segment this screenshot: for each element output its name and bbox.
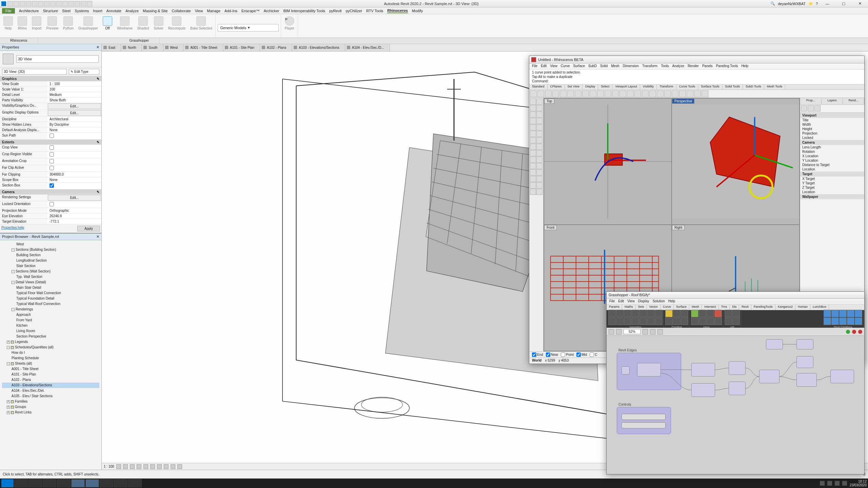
- prop-row[interactable]: Show Hidden LinesBy Discipline: [0, 122, 101, 127]
- gh-open-icon[interactable]: [609, 329, 614, 334]
- tree-node[interactable]: +□Families: [2, 399, 99, 404]
- detail-level-icon[interactable]: [116, 464, 121, 469]
- rendering-icon[interactable]: [143, 464, 148, 469]
- boolean-icon[interactable]: [530, 189, 536, 195]
- gh-comp-5[interactable]: [729, 361, 746, 375]
- qat-switch-icon[interactable]: [87, 1, 92, 6]
- gh-tab[interactable]: Human: [795, 305, 810, 310]
- rect-icon[interactable]: [530, 111, 536, 118]
- properties-help-link[interactable]: Properties help: [1, 226, 75, 231]
- cut-icon[interactable]: [560, 90, 567, 97]
- shadows-icon[interactable]: [137, 464, 141, 469]
- tree-node[interactable]: Typical Wall Roof Connection: [2, 301, 99, 307]
- rhino-tooltab[interactable]: Select: [598, 84, 612, 89]
- tray-chevron-icon[interactable]: [820, 481, 825, 486]
- mirror-icon[interactable]: [536, 157, 542, 163]
- rhino-prop-row[interactable]: Width: [800, 122, 864, 127]
- view-tab[interactable]: A102 - Plans: [260, 44, 292, 51]
- rhino-menu-item[interactable]: Help: [741, 64, 748, 68]
- print-icon[interactable]: [552, 90, 559, 97]
- qat-section-icon[interactable]: [68, 1, 74, 6]
- gh-menubar[interactable]: FileEditViewDisplaySolutionHelp: [607, 299, 864, 305]
- rhino-tooltab[interactable]: Mesh Tools: [764, 84, 785, 89]
- qat-align-icon[interactable]: [44, 1, 50, 6]
- prop-row[interactable]: Locked Orientation: [0, 201, 101, 208]
- unlock-icon[interactable]: [164, 464, 169, 469]
- taskbar-app1[interactable]: [100, 479, 113, 487]
- tree-node[interactable]: Section Perspective: [2, 334, 99, 339]
- rhino-menu-item[interactable]: Mesh: [611, 64, 619, 68]
- maximize-button[interactable]: ▢: [837, 0, 850, 7]
- rhino-tooltab[interactable]: Curve Tools: [676, 84, 698, 89]
- quick-access-toolbar[interactable]: [7, 1, 92, 6]
- gh-comp-11[interactable]: [766, 339, 783, 349]
- rhino-side-toolbar[interactable]: [529, 98, 544, 351]
- favorites-icon[interactable]: ⭐: [808, 1, 813, 6]
- shade-icon[interactable]: [642, 90, 649, 97]
- prop-row[interactable]: Parts VisibilityShow Both: [0, 98, 101, 103]
- tray-cloud-icon[interactable]: [827, 481, 832, 486]
- circle-icon[interactable]: [536, 111, 542, 118]
- edit-type-button[interactable]: ✎Edit Type: [69, 69, 99, 75]
- rhino-menu-item[interactable]: Render: [688, 64, 699, 68]
- tree-node[interactable]: A101 - Site Plan: [2, 372, 99, 377]
- gh-comp-3[interactable]: [691, 363, 715, 377]
- rhino-tooltab[interactable]: CPlanes: [548, 84, 565, 89]
- crop-icon[interactable]: [150, 464, 155, 469]
- prop-row[interactable]: Sun Path: [0, 133, 101, 140]
- gh-comp-8[interactable]: [796, 356, 813, 368]
- rhino-tooltab[interactable]: Solid Tools: [723, 84, 743, 89]
- tree-node[interactable]: A104 - Elev./Sec./Det.: [2, 388, 99, 393]
- gh-comp-2[interactable]: [637, 363, 661, 377]
- prop-row[interactable]: Scope BoxNone: [0, 177, 101, 183]
- ribbon-grasshopper-button[interactable]: Grasshopper: [77, 16, 99, 31]
- type-selector[interactable]: 3D View: [16, 55, 99, 63]
- apply-button[interactable]: Apply: [77, 226, 100, 231]
- prop-row[interactable]: DisciplineArchitectural: [0, 117, 101, 122]
- qat-measure-icon[interactable]: [38, 1, 43, 6]
- gh-slider-1[interactable]: [622, 414, 666, 420]
- taskbar-revit[interactable]: [71, 479, 85, 487]
- project-browser-tree[interactable]: West-Sections (Building Section)Building…: [0, 240, 101, 416]
- tree-node[interactable]: -□Sheets (all): [2, 361, 99, 366]
- tab-modify[interactable]: Modify: [412, 9, 423, 13]
- rhino-panel-tab-render[interactable]: Rend...: [843, 98, 864, 104]
- gh-menu-item[interactable]: Solution: [653, 299, 665, 304]
- close-icon[interactable]: ✕: [96, 45, 99, 49]
- gh-preview-icon[interactable]: [650, 329, 655, 334]
- point-icon[interactable]: [530, 99, 536, 105]
- qat-3d-icon[interactable]: [62, 1, 68, 6]
- search-icon[interactable]: 🔍: [770, 1, 775, 6]
- gh-sketch-icon[interactable]: [643, 329, 648, 334]
- tab-collaborate[interactable]: Collaborate: [172, 9, 191, 13]
- view-tabs[interactable]: EastNorthSouthWestA001 - Title SheetA101…: [102, 44, 868, 52]
- qat-redo-icon[interactable]: [26, 1, 31, 6]
- arc-icon[interactable]: [530, 118, 536, 124]
- taskbar-search[interactable]: [14, 479, 28, 487]
- gh-comp-10[interactable]: [830, 370, 854, 383]
- tab-annotate[interactable]: Annotate: [106, 9, 121, 13]
- gh-comp-4[interactable]: [691, 383, 715, 397]
- tree-node[interactable]: Building Section: [2, 252, 99, 258]
- tree-node[interactable]: Planting Schedule: [2, 355, 99, 361]
- rotate-icon[interactable]: [634, 90, 641, 97]
- polyline-icon[interactable]: [536, 105, 542, 111]
- tab-steel[interactable]: Steel: [62, 9, 71, 13]
- prop-row[interactable]: View Scale1 : 100: [0, 81, 101, 87]
- ribbon-wireframe-button[interactable]: Wireframe: [116, 16, 134, 31]
- tab-bim-interop[interactable]: BIM Interoperability Tools: [283, 9, 325, 13]
- prop-row[interactable]: Rendering SettingsEdit...: [0, 195, 101, 201]
- array-icon[interactable]: [530, 163, 536, 169]
- tree-node[interactable]: -□Schedules/Quantities (all): [2, 345, 99, 350]
- taskbar-rhino[interactable]: [85, 479, 99, 487]
- rhino-prop-row[interactable]: Distance to Target: [800, 163, 864, 167]
- tree-node[interactable]: +□Legends: [2, 339, 99, 345]
- redo-icon[interactable]: [590, 90, 596, 97]
- gh-menu-item[interactable]: View: [627, 299, 635, 304]
- paste-icon[interactable]: [575, 90, 581, 97]
- rhino-menu-item[interactable]: Curve: [561, 64, 570, 68]
- tree-node[interactable]: +□Groups: [2, 404, 99, 410]
- tray-network-icon[interactable]: [835, 481, 840, 486]
- dim-icon[interactable]: [536, 131, 542, 137]
- instance-selector[interactable]: 3D View: {3D}: [2, 69, 67, 75]
